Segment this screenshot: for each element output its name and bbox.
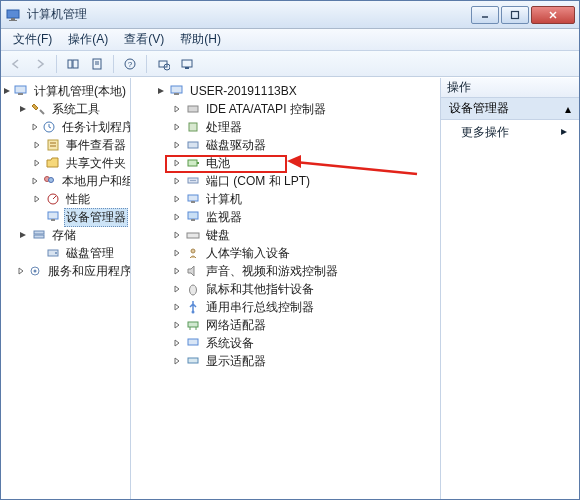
device-computer[interactable]: 计算机 bbox=[133, 190, 438, 208]
device-monitor[interactable]: 监视器 bbox=[133, 208, 438, 226]
expand-icon[interactable] bbox=[171, 283, 183, 295]
tree-task-scheduler[interactable]: 任务计划程序 bbox=[3, 118, 128, 136]
device-mouse[interactable]: 鼠标和其他指针设备 bbox=[133, 280, 438, 298]
actions-more[interactable]: 更多操作 ▸ bbox=[441, 120, 579, 145]
chevron-right-icon: ▸ bbox=[561, 124, 567, 138]
usb-icon bbox=[185, 299, 201, 315]
menu-file[interactable]: 文件(F) bbox=[5, 29, 60, 50]
device-tree[interactable]: USER-20191113BX IDE ATA/ATAPI 控制器 处理器 磁盘… bbox=[131, 78, 440, 374]
actions-pane: 操作 设备管理器 ▴ 更多操作 ▸ bbox=[441, 78, 579, 499]
maximize-button[interactable] bbox=[501, 6, 529, 24]
expand-icon[interactable] bbox=[171, 193, 183, 205]
collapse-icon[interactable] bbox=[155, 85, 167, 97]
minimize-button[interactable] bbox=[471, 6, 499, 24]
expand-icon[interactable] bbox=[171, 337, 183, 349]
tree-event-viewer[interactable]: 事件查看器 bbox=[3, 136, 128, 154]
device-hid[interactable]: 人体学输入设备 bbox=[133, 244, 438, 262]
device-system[interactable]: 系统设备 bbox=[133, 334, 438, 352]
device-root[interactable]: USER-20191113BX bbox=[133, 82, 438, 100]
tree-label: 磁盘管理 bbox=[64, 244, 116, 263]
back-button[interactable] bbox=[5, 54, 27, 74]
device-keyboard[interactable]: 键盘 bbox=[133, 226, 438, 244]
chevron-up-icon: ▴ bbox=[565, 102, 571, 116]
tree-system-tools[interactable]: 系统工具 bbox=[3, 100, 128, 118]
console-tree[interactable]: 计算机管理(本地) 系统工具 任务计划程序 事件查看器 bbox=[1, 78, 130, 284]
expand-icon[interactable] bbox=[31, 139, 43, 151]
device-ports[interactable]: 端口 (COM 和 LPT) bbox=[133, 172, 438, 190]
computer-icon bbox=[169, 83, 185, 99]
svg-point-52 bbox=[190, 285, 197, 295]
computer-icon bbox=[13, 83, 29, 99]
folder-shared-icon bbox=[45, 155, 61, 171]
toolbar-separator bbox=[113, 55, 114, 73]
expand-icon[interactable] bbox=[31, 157, 43, 169]
tree-label: 系统工具 bbox=[50, 100, 102, 119]
tree-shared-folders[interactable]: 共享文件夹 bbox=[3, 154, 128, 172]
mouse-icon bbox=[185, 281, 201, 297]
monitor-icon bbox=[185, 209, 201, 225]
svg-point-44 bbox=[192, 180, 194, 182]
svg-rect-48 bbox=[188, 212, 198, 219]
tree-disk-mgmt[interactable]: 磁盘管理 bbox=[3, 244, 128, 262]
device-usb[interactable]: 通用串行总线控制器 bbox=[133, 298, 438, 316]
device-network[interactable]: 网络适配器 bbox=[133, 316, 438, 334]
expand-icon[interactable] bbox=[31, 175, 39, 187]
device-disk[interactable]: 磁盘驱动器 bbox=[133, 136, 438, 154]
actions-current-label: 设备管理器 bbox=[449, 100, 509, 117]
expand-icon[interactable] bbox=[171, 139, 183, 151]
svg-rect-2 bbox=[9, 20, 17, 21]
device-display[interactable]: 显示适配器 bbox=[133, 352, 438, 370]
collapse-icon[interactable] bbox=[3, 85, 11, 97]
actions-current[interactable]: 设备管理器 ▴ bbox=[441, 98, 579, 120]
menu-action[interactable]: 操作(A) bbox=[60, 29, 116, 50]
device-sound[interactable]: 声音、视频和游戏控制器 bbox=[133, 262, 438, 280]
expand-icon[interactable] bbox=[171, 121, 183, 133]
expand-icon[interactable] bbox=[171, 265, 183, 277]
expand-icon[interactable] bbox=[171, 355, 183, 367]
forward-button[interactable] bbox=[29, 54, 51, 74]
svg-rect-54 bbox=[188, 322, 198, 327]
menu-help[interactable]: 帮助(H) bbox=[172, 29, 229, 50]
port-icon bbox=[185, 173, 201, 189]
device-label: 人体学输入设备 bbox=[204, 244, 292, 263]
device-cpu[interactable]: 处理器 bbox=[133, 118, 438, 136]
refresh-button[interactable] bbox=[176, 54, 198, 74]
expand-icon[interactable] bbox=[171, 247, 183, 259]
svg-rect-38 bbox=[189, 123, 197, 131]
disk-icon bbox=[45, 245, 61, 261]
properties-button[interactable] bbox=[86, 54, 108, 74]
menu-view[interactable]: 查看(V) bbox=[116, 29, 172, 50]
expand-icon[interactable] bbox=[171, 301, 183, 313]
tree-local-users[interactable]: 本地用户和组 bbox=[3, 172, 128, 190]
help-button[interactable]: ? bbox=[119, 54, 141, 74]
collapse-icon[interactable] bbox=[17, 103, 29, 115]
tree-storage[interactable]: 存储 bbox=[3, 226, 128, 244]
collapse-icon[interactable] bbox=[17, 229, 29, 241]
titlebar[interactable]: 计算机管理 bbox=[1, 1, 579, 29]
svg-rect-46 bbox=[188, 195, 198, 201]
expand-icon[interactable] bbox=[171, 319, 183, 331]
scan-button[interactable] bbox=[152, 54, 174, 74]
performance-icon bbox=[45, 191, 61, 207]
expand-icon[interactable] bbox=[171, 229, 183, 241]
tree-performance[interactable]: 性能 bbox=[3, 190, 128, 208]
expand-icon[interactable] bbox=[31, 121, 39, 133]
svg-point-34 bbox=[34, 270, 37, 273]
tree-services-apps[interactable]: 服务和应用程序 bbox=[3, 262, 128, 280]
expand-icon[interactable] bbox=[31, 193, 43, 205]
svg-rect-41 bbox=[197, 162, 199, 164]
expand-icon[interactable] bbox=[17, 265, 25, 277]
device-ide[interactable]: IDE ATA/ATAPI 控制器 bbox=[133, 100, 438, 118]
expand-icon[interactable] bbox=[171, 103, 183, 115]
tree-root[interactable]: 计算机管理(本地) bbox=[3, 82, 128, 100]
device-label: 显示适配器 bbox=[204, 352, 268, 371]
expand-icon[interactable] bbox=[171, 157, 183, 169]
expand-icon[interactable] bbox=[171, 211, 183, 223]
tree-device-manager[interactable]: 设备管理器 bbox=[3, 208, 128, 226]
svg-rect-39 bbox=[188, 142, 198, 148]
device-battery[interactable]: 电池 bbox=[133, 154, 438, 172]
show-hide-tree-button[interactable] bbox=[62, 54, 84, 74]
expand-icon[interactable] bbox=[171, 175, 183, 187]
close-button[interactable] bbox=[531, 6, 575, 24]
svg-point-25 bbox=[49, 178, 54, 183]
